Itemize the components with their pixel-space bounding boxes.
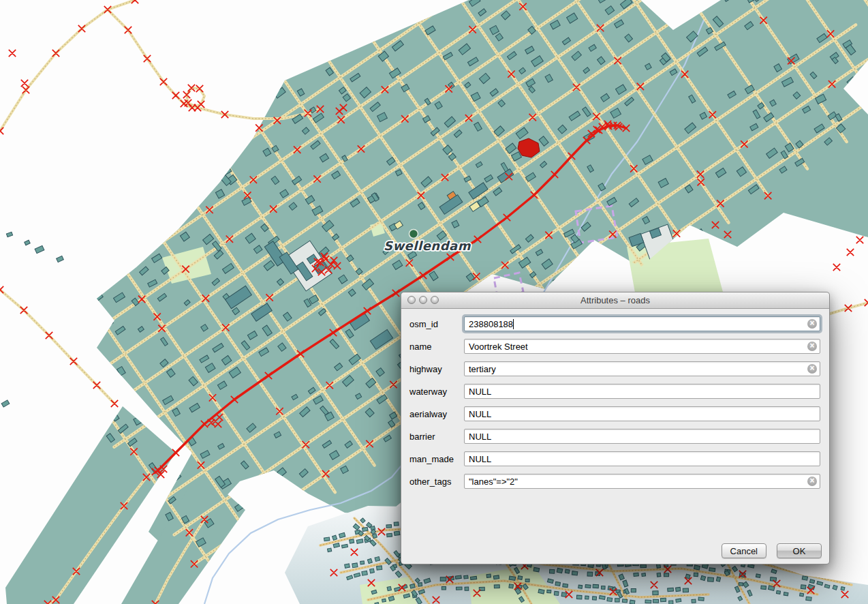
- field-label-barrier: barrier: [409, 432, 464, 442]
- field-row-osm_id: osm_id238808188×: [409, 316, 820, 331]
- field-value: tertiary: [469, 364, 496, 374]
- field-input-aerialway[interactable]: NULL: [464, 406, 820, 421]
- field-label-osm_id: osm_id: [409, 319, 464, 329]
- field-input-name[interactable]: Voortrek Street×: [464, 339, 820, 354]
- place-label: Swellendam: [384, 239, 471, 253]
- field-input-waterway[interactable]: NULL: [464, 384, 820, 399]
- field-row-man_made: man_madeNULL: [409, 451, 820, 466]
- field-value: 238808188: [469, 319, 513, 329]
- field-input-man_made[interactable]: NULL: [464, 451, 820, 466]
- zoom-button[interactable]: [431, 296, 439, 304]
- field-row-other_tags: other_tags"lanes"=>"2"×: [409, 474, 820, 489]
- field-value: NULL: [469, 454, 491, 464]
- field-label-man_made: man_made: [409, 454, 464, 464]
- field-input-other_tags[interactable]: "lanes"=>"2"×: [464, 474, 820, 489]
- field-label-other_tags: other_tags: [409, 477, 464, 487]
- field-row-aerialway: aerialwayNULL: [409, 406, 820, 421]
- dialog-buttons: Cancel OK: [722, 543, 822, 558]
- field-label-waterway: waterway: [409, 387, 464, 397]
- minimize-button[interactable]: [419, 296, 427, 304]
- text-caret: [513, 319, 514, 329]
- field-value: NULL: [469, 432, 491, 442]
- field-input-barrier[interactable]: NULL: [464, 429, 820, 444]
- field-label-name: name: [409, 342, 464, 352]
- field-input-highway[interactable]: tertiary×: [464, 361, 820, 376]
- field-label-aerialway: aerialway: [409, 409, 464, 419]
- place-marker-icon: [409, 230, 418, 239]
- field-value: NULL: [469, 387, 491, 397]
- ok-button[interactable]: OK: [777, 543, 822, 558]
- field-row-barrier: barrierNULL: [409, 429, 820, 444]
- field-value: Voortrek Street: [469, 342, 528, 352]
- clear-field-icon[interactable]: ×: [807, 364, 817, 374]
- attributes-dialog: Attributes – roads osm_id238808188×nameV…: [401, 292, 830, 564]
- clear-field-icon[interactable]: ×: [807, 319, 817, 329]
- field-value: NULL: [469, 409, 491, 419]
- close-button[interactable]: [407, 296, 416, 304]
- field-input-osm_id[interactable]: 238808188×: [464, 316, 820, 331]
- field-row-highway: highwaytertiary×: [409, 361, 820, 376]
- window-controls: [407, 296, 439, 304]
- field-value: "lanes"=>"2": [469, 477, 518, 487]
- dialog-title: Attributes – roads: [580, 295, 650, 305]
- clear-field-icon[interactable]: ×: [807, 477, 817, 486]
- cancel-button[interactable]: Cancel: [722, 543, 766, 558]
- clear-field-icon[interactable]: ×: [807, 342, 817, 351]
- field-row-name: nameVoortrek Street×: [409, 339, 820, 354]
- dialog-titlebar[interactable]: Attributes – roads: [401, 292, 829, 309]
- attribute-fields: osm_id238808188×nameVoortrek Street×high…: [401, 309, 829, 489]
- field-row-waterway: waterwayNULL: [409, 384, 820, 399]
- field-label-highway: highway: [409, 364, 464, 374]
